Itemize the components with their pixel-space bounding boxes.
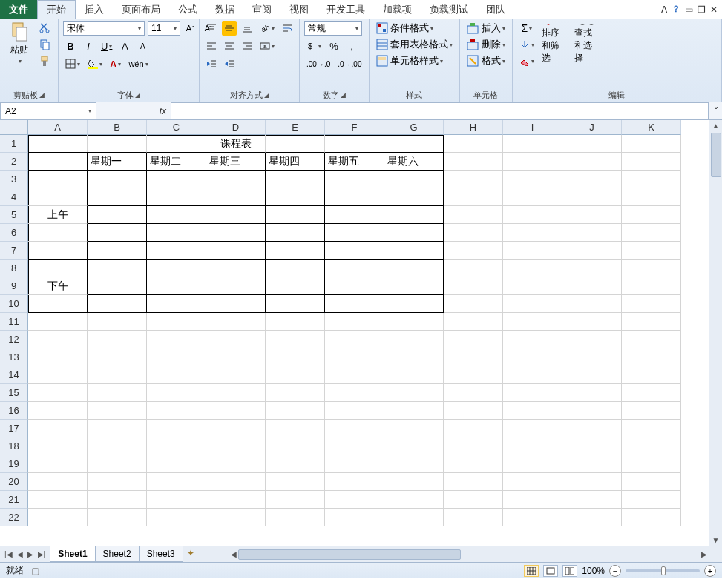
align-bottom-button[interactable] bbox=[240, 21, 255, 36]
minimize-ribbon-icon[interactable]: ᐱ bbox=[661, 4, 667, 15]
cell[interactable] bbox=[444, 277, 503, 295]
cell[interactable] bbox=[325, 295, 384, 313]
cell[interactable] bbox=[206, 509, 266, 526]
accounting-format-button[interactable]: $ bbox=[304, 39, 324, 53]
column-header[interactable]: B bbox=[88, 120, 147, 135]
cell[interactable] bbox=[88, 455, 147, 473]
format-cells-button[interactable]: 格式 bbox=[465, 53, 508, 68]
font-name-select[interactable]: 宋体▾ bbox=[63, 21, 145, 36]
cell[interactable] bbox=[88, 384, 147, 402]
cell[interactable] bbox=[266, 473, 325, 491]
cell[interactable] bbox=[325, 348, 384, 366]
cell[interactable] bbox=[147, 455, 206, 473]
cell[interactable] bbox=[206, 473, 266, 491]
tab-file[interactable]: 文件 bbox=[0, 0, 37, 19]
cell[interactable] bbox=[266, 295, 325, 313]
cell[interactable] bbox=[562, 295, 622, 313]
cell[interactable] bbox=[503, 348, 562, 366]
cell[interactable] bbox=[325, 313, 384, 331]
comma-format-button[interactable]: , bbox=[344, 39, 359, 53]
cell[interactable] bbox=[88, 171, 147, 188]
cell[interactable] bbox=[562, 153, 622, 171]
cell[interactable] bbox=[384, 331, 444, 348]
tab-home[interactable]: 开始 bbox=[37, 0, 76, 19]
cell[interactable] bbox=[206, 277, 266, 295]
cell[interactable]: 下午 bbox=[28, 277, 88, 295]
cell[interactable] bbox=[206, 295, 266, 313]
cell[interactable] bbox=[503, 331, 562, 348]
cell[interactable] bbox=[325, 224, 384, 242]
cell[interactable] bbox=[325, 491, 384, 509]
cell[interactable] bbox=[206, 402, 266, 420]
column-header[interactable]: E bbox=[266, 120, 325, 135]
tab-insert[interactable]: 插入 bbox=[76, 0, 113, 19]
decrease-indent-button[interactable] bbox=[204, 56, 219, 71]
cell[interactable] bbox=[147, 384, 206, 402]
cell[interactable] bbox=[266, 313, 325, 331]
cell[interactable] bbox=[562, 135, 622, 153]
cell[interactable] bbox=[503, 437, 562, 455]
cell[interactable] bbox=[147, 313, 206, 331]
cell[interactable] bbox=[206, 366, 266, 384]
align-right-button[interactable] bbox=[240, 39, 255, 53]
cell[interactable] bbox=[266, 188, 325, 206]
win-restore-icon[interactable]: ❐ bbox=[698, 4, 706, 15]
tab-review[interactable]: 审阅 bbox=[243, 0, 280, 19]
row-header[interactable]: 18 bbox=[0, 437, 28, 455]
font-size-select[interactable]: 11▾ bbox=[148, 21, 180, 36]
cell[interactable] bbox=[562, 277, 622, 295]
cell[interactable] bbox=[88, 188, 147, 206]
scroll-right-icon[interactable]: ▶ bbox=[700, 549, 709, 560]
italic-button[interactable]: I bbox=[81, 39, 96, 53]
row-header[interactable]: 7 bbox=[0, 242, 28, 260]
cell[interactable] bbox=[503, 366, 562, 384]
cell[interactable] bbox=[147, 509, 206, 526]
cell[interactable]: 星期五 bbox=[325, 153, 384, 171]
cell[interactable] bbox=[562, 420, 622, 437]
cell[interactable] bbox=[325, 366, 384, 384]
cell[interactable] bbox=[562, 402, 622, 420]
cell[interactable] bbox=[147, 295, 206, 313]
cell[interactable] bbox=[266, 331, 325, 348]
cell[interactable] bbox=[622, 348, 681, 366]
cell[interactable] bbox=[206, 384, 266, 402]
cell[interactable] bbox=[384, 491, 444, 509]
cell[interactable] bbox=[28, 366, 88, 384]
cell[interactable] bbox=[444, 313, 503, 331]
cell[interactable] bbox=[384, 171, 444, 188]
cell[interactable] bbox=[562, 313, 622, 331]
cell[interactable] bbox=[503, 242, 562, 260]
cell[interactable] bbox=[503, 295, 562, 313]
column-header[interactable]: K bbox=[622, 120, 681, 135]
tab-pagelayout[interactable]: 页面布局 bbox=[113, 0, 169, 19]
phonetic-button[interactable]: wén bbox=[126, 56, 150, 71]
cell[interactable] bbox=[622, 206, 681, 224]
cell[interactable] bbox=[325, 509, 384, 526]
name-box[interactable]: A2 ▾ bbox=[0, 102, 96, 119]
cell[interactable] bbox=[384, 313, 444, 331]
cell[interactable] bbox=[88, 473, 147, 491]
tab-formulas[interactable]: 公式 bbox=[169, 0, 206, 19]
align-dialog-icon[interactable]: ◢ bbox=[264, 91, 269, 99]
cell[interactable] bbox=[325, 455, 384, 473]
number-dialog-icon[interactable]: ◢ bbox=[341, 91, 346, 99]
cell[interactable] bbox=[622, 331, 681, 348]
row-header[interactable]: 10 bbox=[0, 295, 28, 313]
find-select-button[interactable]: 查找和选择 bbox=[572, 21, 602, 65]
align-left-button[interactable] bbox=[204, 39, 219, 53]
row-header[interactable]: 6 bbox=[0, 224, 28, 242]
cell[interactable] bbox=[444, 260, 503, 277]
cell[interactable] bbox=[266, 171, 325, 188]
cell[interactable] bbox=[147, 366, 206, 384]
align-top-button[interactable] bbox=[204, 21, 219, 36]
zoom-level[interactable]: 100% bbox=[582, 566, 605, 576]
cell[interactable] bbox=[147, 188, 206, 206]
font-dialog-icon[interactable]: ◢ bbox=[135, 91, 140, 99]
cell[interactable] bbox=[88, 260, 147, 277]
cell[interactable] bbox=[562, 171, 622, 188]
cell[interactable] bbox=[622, 420, 681, 437]
vertical-scrollbar[interactable]: ▲ ▼ bbox=[709, 120, 722, 546]
cell[interactable] bbox=[266, 437, 325, 455]
pagebreak-view-button[interactable] bbox=[562, 565, 577, 577]
align-center-button[interactable] bbox=[222, 39, 237, 53]
